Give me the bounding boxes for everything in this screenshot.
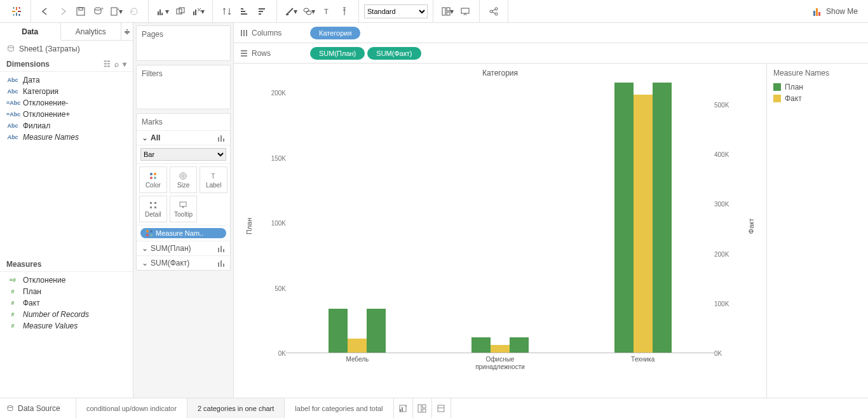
type-icon: # [6, 288, 19, 295]
worksheet-tab[interactable]: label for categories and total [285, 398, 393, 418]
field-отклонение+[interactable]: =AbcОтклонение+ [0, 109, 133, 120]
clear-button[interactable]: ▾ [191, 4, 206, 19]
duplicate-button[interactable] [173, 4, 188, 19]
bar-plan[interactable] [510, 337, 529, 353]
y-axis-right-label: Факт [747, 219, 755, 234]
svg-rect-13 [79, 8, 83, 10]
bar-fact[interactable] [634, 95, 653, 353]
legend-item-план[interactable]: План [773, 81, 862, 93]
swap-rc-button[interactable] [219, 4, 234, 19]
mark-size[interactable]: Size [170, 166, 198, 193]
search-icon[interactable]: ⌕ [114, 60, 119, 69]
bottom-tabs: Data Source conditional up/down indicato… [0, 398, 868, 418]
field-отклонение[interactable]: =#Отклонение [0, 274, 133, 286]
svg-rect-0 [16, 7, 17, 10]
mark-color[interactable]: Color [139, 166, 167, 193]
marks-pill-measure-names[interactable]: Measure Nam.. [140, 228, 226, 238]
view-area: Columns Категория Rows SUM(План)SUM(Факт… [234, 23, 868, 398]
marks-all-toggle[interactable]: ⌄All [137, 130, 230, 145]
tableau-logo-icon[interactable] [9, 4, 24, 19]
field-отклонение-[interactable]: =AbcОтклонение- [0, 97, 133, 109]
legend-title: Measure Names [773, 69, 862, 78]
new-story-icon[interactable] [432, 398, 451, 418]
new-dashboard-icon[interactable] [413, 398, 432, 418]
svg-rect-75 [241, 53, 247, 54]
chevron-down-icon: ⌄ [142, 244, 148, 253]
new-worksheet-icon[interactable]: + [394, 398, 413, 418]
bar-plan[interactable] [471, 337, 491, 353]
filters-shelf[interactable]: Filters [136, 65, 231, 109]
bar-fact[interactable] [491, 345, 510, 353]
svg-text:T: T [211, 172, 215, 180]
pin-button[interactable] [337, 4, 352, 19]
bar-plan[interactable] [653, 83, 672, 353]
pill-категория[interactable]: Категория [310, 27, 360, 39]
worksheet-tab[interactable]: conditional up/down indicator [76, 398, 187, 418]
pill-sumфакт[interactable]: SUM(Факт) [367, 47, 421, 60]
field-label: Number of Records [23, 310, 89, 319]
rows-shelf[interactable]: Rows SUM(План)SUM(Факт) [234, 43, 868, 64]
field-филиал[interactable]: AbcФилиал [0, 120, 133, 131]
field-план[interactable]: #План [0, 286, 133, 297]
svg-point-51 [150, 177, 153, 179]
share-button[interactable] [486, 4, 501, 19]
sort-asc-button[interactable] [237, 4, 252, 19]
side-collapse-icon[interactable]: ≑ [121, 23, 133, 41]
x-category-label: Офисныепринадлежности [429, 353, 572, 372]
mark-type-select[interactable]: Bar [140, 148, 226, 161]
save-button[interactable] [73, 4, 88, 19]
dimensions-menu-icon[interactable]: ▾ [123, 60, 126, 69]
marks-sub-plan[interactable]: ⌄SUM(План) [137, 241, 230, 255]
columns-shelf[interactable]: Columns Категория [234, 23, 868, 43]
chart-canvas[interactable]: Категория План Факт 0K50K100K150K200K 0K… [234, 64, 766, 398]
worksheet-tab[interactable]: 2 categories in one chart [187, 398, 285, 418]
ytick-right: 500K [714, 102, 729, 109]
show-me-button[interactable]: Show Me [806, 7, 865, 16]
bar-plan[interactable] [367, 309, 386, 353]
undo-button[interactable] [37, 4, 53, 19]
field-категория[interactable]: AbcКатегория [0, 86, 133, 97]
view-as-icon[interactable]: ☷ [104, 60, 111, 69]
type-icon: =# [6, 277, 19, 283]
svg-rect-35 [442, 8, 445, 15]
new-data-button[interactable]: + [91, 4, 106, 19]
tab-analytics[interactable]: Analytics [61, 23, 122, 41]
legend-item-факт[interactable]: Факт [773, 93, 862, 104]
svg-text:+: + [405, 404, 407, 408]
tab-data-source[interactable]: Data Source [0, 398, 76, 418]
redo-button[interactable] [55, 4, 71, 19]
mark-tooltip[interactable]: Tooltip [170, 196, 198, 222]
new-worksheet-button[interactable]: +▾ [109, 4, 124, 19]
field-факт[interactable]: #Факт [0, 297, 133, 309]
swap-button[interactable]: ▾ [155, 4, 170, 19]
bar-plan[interactable] [329, 309, 348, 353]
presentation-button[interactable] [458, 4, 473, 19]
field-number-of-records[interactable]: #Number of Records [0, 309, 133, 320]
marks-sub-fact[interactable]: ⌄SUM(Факт) [137, 255, 230, 270]
svg-text:+: + [101, 6, 104, 11]
show-me-label: Show Me [826, 7, 858, 16]
mark-detail[interactable]: Detail [139, 196, 167, 222]
fit-select[interactable]: Standard [364, 4, 428, 18]
pages-shelf[interactable]: Pages [136, 25, 231, 61]
field-measure-names[interactable]: AbcMeasure Names [0, 131, 133, 143]
sort-desc-button[interactable] [255, 4, 270, 19]
pill-sumплан[interactable]: SUM(План) [310, 47, 365, 60]
svg-rect-74 [241, 50, 247, 51]
group-button[interactable]: ▾ [301, 4, 316, 19]
field-дата[interactable]: AbcДата [0, 74, 133, 86]
field-label: Филиал [23, 121, 50, 130]
svg-point-14 [95, 8, 101, 10]
show-cards-button[interactable]: ▾ [440, 4, 455, 19]
legend-swatch [773, 95, 781, 102]
highlight-button[interactable]: ▾ [283, 4, 299, 19]
mark-label[interactable]: TLabel [200, 166, 227, 193]
tab-data[interactable]: Data [0, 23, 61, 41]
bar-fact[interactable] [348, 339, 367, 353]
labels-button[interactable]: T [319, 4, 334, 19]
svg-point-54 [182, 175, 184, 177]
refresh-button[interactable] [126, 4, 142, 19]
datasource-row[interactable]: Sheet1 (Затраты) [0, 41, 133, 57]
field-measure-values[interactable]: #Measure Values [0, 320, 133, 332]
bar-plan[interactable] [614, 83, 634, 353]
